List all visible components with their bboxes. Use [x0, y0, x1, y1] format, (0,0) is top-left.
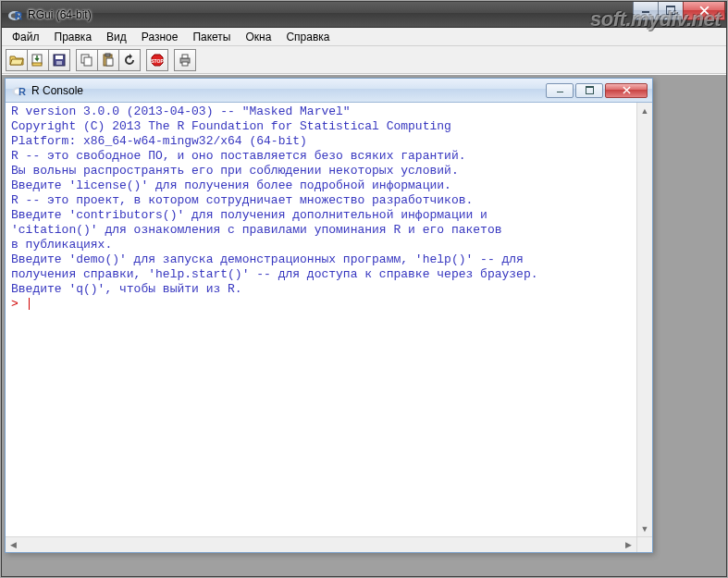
console-window: R R Console R version 3.0.0 (2013-04-03)… — [5, 78, 653, 553]
titlebar[interactable]: R RGui (64-bit) — [2, 2, 726, 28]
console-line: 'citation()' для ознакомления с правилам… — [11, 223, 631, 238]
console-line: Вы вольны распространять его при соблюде… — [11, 164, 631, 178]
menu-help[interactable]: Справка — [279, 29, 336, 45]
tb-load-workspace-button[interactable] — [27, 49, 49, 71]
console-maximize-button[interactable] — [575, 83, 603, 98]
tb-print-button[interactable] — [174, 49, 196, 71]
tb-refresh-button[interactable] — [118, 49, 141, 71]
svg-rect-6 — [56, 55, 63, 59]
tb-copy-button[interactable] — [76, 49, 98, 71]
menu-edit[interactable]: Правка — [48, 29, 99, 45]
scroll-right-icon[interactable]: ▶ — [621, 537, 636, 552]
tb-save-button[interactable] — [48, 49, 70, 71]
svg-rect-7 — [56, 61, 62, 65]
scroll-up-icon[interactable]: ▲ — [637, 103, 652, 118]
console-close-button[interactable] — [605, 83, 648, 98]
menu-misc[interactable]: Разное — [135, 29, 185, 45]
tb-paste-button[interactable] — [97, 49, 119, 71]
window-controls — [633, 2, 725, 20]
toolbar: STOP — [2, 46, 726, 74]
console-line: Введите 'demo()' для запуска демонстраци… — [11, 252, 631, 267]
console-output[interactable]: R version 3.0.0 (2013-04-03) -- "Masked … — [6, 103, 636, 536]
tb-open-button[interactable] — [6, 49, 28, 71]
menu-windows[interactable]: Окна — [240, 29, 278, 45]
tb-stop-button[interactable]: STOP — [146, 49, 168, 71]
mdi-client-area: R R Console R version 3.0.0 (2013-04-03)… — [2, 74, 726, 576]
menubar: Файл Правка Вид Разное Пакеты Окна Справ… — [2, 28, 726, 46]
text-cursor-icon — [29, 298, 30, 310]
svg-rect-11 — [105, 54, 110, 56]
maximize-button[interactable] — [658, 2, 684, 20]
scroll-left-icon[interactable]: ◀ — [6, 537, 21, 552]
svg-text:R: R — [15, 10, 22, 21]
console-line: Platform: x86_64-w64-mingw32/x64 (64-bit… — [11, 134, 631, 149]
scroll-corner — [636, 537, 652, 552]
console-line: Введите 'q()', чтобы выйти из R. — [11, 282, 631, 297]
console-line: в публикациях. — [11, 238, 631, 252]
r-logo-icon: R — [7, 7, 22, 22]
scroll-track[interactable] — [637, 118, 652, 521]
console-line: получения справки, 'help.start()' -- для… — [11, 267, 631, 282]
main-window: R RGui (64-bit) Файл Правка Вид Разное П… — [1, 1, 727, 577]
close-button[interactable] — [683, 2, 725, 20]
svg-rect-9 — [84, 57, 92, 66]
svg-rect-16 — [182, 55, 188, 58]
scroll-down-icon[interactable]: ▼ — [637, 521, 652, 536]
svg-rect-4 — [32, 63, 42, 66]
console-line: Введите 'license()' для получения более … — [11, 178, 631, 193]
menu-packages[interactable]: Пакеты — [186, 29, 237, 45]
scroll-track[interactable] — [21, 537, 621, 552]
svg-text:STOP: STOP — [151, 58, 164, 64]
console-controls — [546, 83, 648, 98]
console-titlebar[interactable]: R R Console — [6, 79, 652, 103]
console-line: Copyright (C) 2013 The R Foundation for … — [11, 119, 631, 134]
svg-rect-12 — [106, 58, 113, 66]
menu-file[interactable]: Файл — [6, 29, 46, 45]
menu-view[interactable]: Вид — [100, 29, 133, 45]
r-logo-icon: R — [11, 83, 26, 98]
console-minimize-button[interactable] — [546, 83, 574, 98]
console-line: Введите 'contributors()' для получения д… — [11, 208, 631, 223]
console-body: R version 3.0.0 (2013-04-03) -- "Masked … — [6, 103, 652, 536]
window-title: RGui (64-bit) — [28, 8, 92, 21]
svg-text:R: R — [19, 86, 26, 97]
console-prompt[interactable]: > — [11, 297, 631, 312]
vertical-scrollbar[interactable]: ▲ ▼ — [636, 103, 652, 536]
svg-rect-17 — [182, 62, 188, 66]
console-title: R Console — [31, 84, 83, 97]
console-line: R -- это проект, в котором сотрудничает … — [11, 193, 631, 208]
minimize-button[interactable] — [633, 2, 659, 20]
console-line: R -- это свободное ПО, и оно поставляетс… — [11, 149, 631, 164]
console-line: R version 3.0.0 (2013-04-03) -- "Masked … — [11, 105, 631, 119]
horizontal-scrollbar[interactable]: ◀ ▶ — [6, 536, 652, 552]
